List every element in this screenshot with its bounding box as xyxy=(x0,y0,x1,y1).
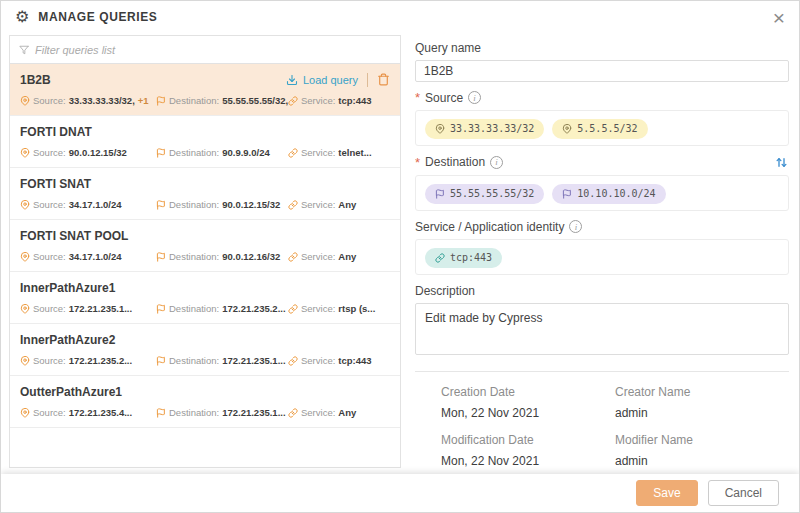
destination-value: 90.0.12.15/32 xyxy=(222,199,280,210)
query-list: 1B2B Load query Source: 33.33.33.33/32, … xyxy=(10,64,400,467)
query-detail-panel: Query name * Source i 33.33.33.33/32 5.5… xyxy=(415,35,789,468)
source-label: Source: xyxy=(33,199,66,210)
trash-icon xyxy=(377,73,390,86)
info-icon: i xyxy=(468,91,481,104)
source-detail: Source: 90.0.12.15/32 xyxy=(20,147,156,158)
service-value: telnet... xyxy=(338,147,371,158)
query-row[interactable]: FORTI DNAT Source: 90.0.12.15/32 Destina… xyxy=(10,116,400,168)
source-chip[interactable]: 33.33.33.33/32 xyxy=(425,119,544,139)
destination-label: Destination: xyxy=(169,407,219,418)
destination-value: 55.55.55.55/32, xyxy=(222,95,288,106)
destination-value: 172.21.235.1... xyxy=(222,407,285,418)
source-label: Source: xyxy=(33,303,66,314)
source-value: 33.33.33.33/32, xyxy=(69,95,135,106)
destination-chip[interactable]: 10.10.10.0/24 xyxy=(552,184,665,204)
destination-value: 172.21.235.2... xyxy=(222,303,285,314)
source-value: 172.21.235.4... xyxy=(69,407,132,418)
query-name-input[interactable] xyxy=(415,60,789,82)
close-icon[interactable]: × xyxy=(773,7,785,28)
modifier-name-label: Modifier Name xyxy=(615,433,789,447)
description-textarea[interactable]: Edit made by Cypress xyxy=(415,303,789,355)
source-label-row: * Source i xyxy=(415,91,789,105)
pin-icon xyxy=(20,408,30,418)
dialog-body: 1B2B Load query Source: 33.33.33.33/32, … xyxy=(1,33,799,474)
service-label: Service: xyxy=(301,355,335,366)
row-actions: Load query xyxy=(286,73,390,87)
save-button[interactable]: Save xyxy=(636,480,697,506)
service-label: Service: xyxy=(301,407,335,418)
flag-icon xyxy=(156,304,166,314)
query-name: InnerPathAzure2 xyxy=(20,333,115,347)
required-asterisk: * xyxy=(415,156,420,169)
source-extra: +1 xyxy=(138,95,149,106)
source-section-label: Source xyxy=(425,91,463,105)
service-chips-box[interactable]: tcp:443 xyxy=(415,239,789,275)
source-chips-box[interactable]: 33.33.33.33/32 5.5.5.5/32 xyxy=(415,110,789,146)
pin-icon xyxy=(20,252,30,262)
service-value: Any xyxy=(338,251,356,262)
source-value: 90.0.12.15/32 xyxy=(69,147,127,158)
creation-date-value: Mon, 22 Nov 2021 xyxy=(441,406,615,420)
link-icon xyxy=(288,408,298,418)
destination-detail: Destination: 55.55.55.55/32, +1 xyxy=(156,95,288,106)
destination-detail: Destination: 172.21.235.1... xyxy=(156,407,288,418)
source-label: Source: xyxy=(33,95,66,106)
service-value: Any xyxy=(338,199,356,210)
service-chip[interactable]: tcp:443 xyxy=(425,248,502,268)
modification-date-value: Mon, 22 Nov 2021 xyxy=(441,454,615,468)
pin-icon xyxy=(562,124,572,134)
query-row[interactable]: OutterPathAzure1 Source: 172.21.235.4...… xyxy=(10,376,400,428)
cancel-button[interactable]: Cancel xyxy=(708,480,779,506)
destination-chip[interactable]: 55.55.55.55/32 xyxy=(425,184,544,204)
description-label: Description xyxy=(415,284,475,298)
query-row[interactable]: InnerPathAzure1 Source: 172.21.235.1... … xyxy=(10,272,400,324)
query-row-header: InnerPathAzure2 xyxy=(20,332,390,347)
query-name: FORTI SNAT xyxy=(20,177,91,191)
query-row[interactable]: FORTI SNAT Source: 34.17.1.0/24 Destinat… xyxy=(10,168,400,220)
pin-icon xyxy=(20,200,30,210)
service-value: tcp:443 xyxy=(338,95,371,106)
destination-detail: Destination: 172.21.235.2... xyxy=(156,303,288,314)
info-icon: i xyxy=(490,156,503,169)
destination-section-label: Destination xyxy=(425,155,485,169)
chip-label: tcp:443 xyxy=(450,252,492,263)
filter-queries-input[interactable] xyxy=(35,44,391,56)
query-row-details: Source: 172.21.235.4... Destination: 172… xyxy=(20,407,390,418)
service-detail: Service: tcp:443 xyxy=(288,355,390,366)
link-icon xyxy=(288,148,298,158)
link-icon xyxy=(288,304,298,314)
load-query-button[interactable]: Load query xyxy=(286,74,358,86)
source-chip[interactable]: 5.5.5.5/32 xyxy=(552,119,647,139)
query-row[interactable]: InnerPathAzure2 Source: 172.21.235.2... … xyxy=(10,324,400,376)
delete-query-button[interactable] xyxy=(377,73,390,86)
destination-value: 90.0.12.16/32 xyxy=(222,251,280,262)
query-row[interactable]: 1B2B Load query Source: 33.33.33.33/32, … xyxy=(10,64,400,116)
source-detail: Source: 34.17.1.0/24 xyxy=(20,199,156,210)
service-label: Service: xyxy=(301,251,335,262)
flag-icon xyxy=(156,148,166,158)
chip-label: 5.5.5.5/32 xyxy=(577,123,637,134)
service-label: Service: xyxy=(301,199,335,210)
service-detail: Service: telnet... xyxy=(288,147,390,158)
destination-label: Destination: xyxy=(169,147,219,158)
download-icon xyxy=(286,74,298,86)
creator-name-label: Creator Name xyxy=(615,385,789,399)
query-row-details: Source: 34.17.1.0/24 Destination: 90.0.1… xyxy=(20,199,390,210)
description-label-row: Description xyxy=(415,284,789,298)
service-detail: Service: Any xyxy=(288,199,390,210)
service-detail: Service: Any xyxy=(288,407,390,418)
source-label: Source: xyxy=(33,147,66,158)
service-label: Service: xyxy=(301,95,335,106)
query-name: FORTI DNAT xyxy=(20,125,92,139)
query-row-details: Source: 34.17.1.0/24 Destination: 90.0.1… xyxy=(20,251,390,262)
link-icon xyxy=(288,96,298,106)
destination-chips-box[interactable]: 55.55.55.55/32 10.10.10.0/24 xyxy=(415,175,789,211)
flag-icon xyxy=(156,356,166,366)
query-list-panel: 1B2B Load query Source: 33.33.33.33/32, … xyxy=(9,35,401,468)
query-row[interactable]: FORTI SNAT POOL Source: 34.17.1.0/24 Des… xyxy=(10,220,400,272)
query-row-header: OutterPathAzure1 xyxy=(20,384,390,399)
source-detail: Source: 172.21.235.2... xyxy=(20,355,156,366)
swap-sort-icon[interactable] xyxy=(774,155,789,170)
meta-grid: Creation Date Creator Name Mon, 22 Nov 2… xyxy=(415,372,789,468)
query-name: InnerPathAzure1 xyxy=(20,281,115,295)
